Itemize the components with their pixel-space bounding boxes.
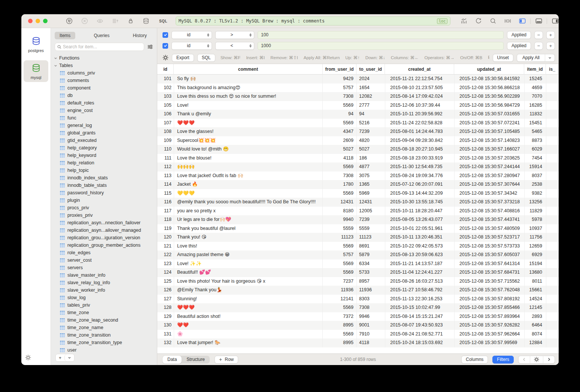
table-cell[interactable] [546, 303, 559, 312]
close-window-button[interactable] [28, 19, 33, 23]
table-cell[interactable]: 7308 [356, 303, 385, 312]
table-cell[interactable]: 4118 [356, 338, 385, 347]
filter-value-input[interactable] [258, 42, 504, 50]
table-cell[interactable]: 12431 [356, 198, 385, 207]
sidebar-item-table[interactable]: time_zone_leap_second [51, 316, 157, 324]
table-cell[interactable]: Thank you! 😘 [174, 233, 323, 242]
table-cell[interactable]: 10937 [524, 224, 546, 233]
table-cell[interactable]: Love the blouse! [174, 154, 323, 163]
sidebar-item-table[interactable]: help_keyword [51, 152, 157, 159]
table-cell[interactable]: 4820 [356, 136, 385, 145]
sidebar-item-table[interactable]: comments [51, 77, 157, 84]
table-cell[interactable]: 2015-10-01 22:05:51.961 [385, 224, 454, 233]
table-row[interactable]: 120Thank you! 😘11123111232015-10-11 13:2… [157, 233, 559, 242]
table-cell[interactable]: 2015-11-21 14:13:57.187 [385, 259, 454, 268]
table-cell[interactable]: 12431 [323, 198, 356, 207]
table-cell[interactable]: 2015-10-11 13:20:46.351 [385, 233, 454, 242]
table-cell[interactable]: 102 [157, 83, 174, 92]
table-row[interactable]: 127Stunning!1214183032015-11-13 22:30:16… [157, 295, 559, 304]
table-cell[interactable] [546, 136, 559, 145]
next-page-icon[interactable] [543, 356, 555, 363]
table-cell[interactable]: 103 [157, 92, 174, 101]
table-cell[interactable]: 5569 [323, 162, 356, 171]
table-row[interactable]: 102This background is amazing😍5757165420… [157, 83, 559, 92]
table-cell[interactable]: 2015-11-13 22:30:16.253 [385, 295, 454, 304]
table-cell[interactable]: 2015-12-08 15:30:57.480509 [454, 224, 524, 233]
table-cell[interactable]: 2015-12-08 15:30:57.203625 [454, 154, 524, 163]
sidebar-item-table[interactable]: slave_relay_log_info [51, 279, 157, 286]
table-cell[interactable]: Love that jumper! 🐎 [174, 338, 323, 347]
table-cell[interactable]: 2777 [356, 101, 385, 110]
table-cell[interactable]: 5465 [524, 127, 546, 136]
disconnect-icon[interactable] [81, 18, 88, 25]
table-cell[interactable]: 7372 [323, 312, 356, 321]
sidebar-item-table[interactable]: time_zone [51, 309, 157, 316]
previous-page-icon[interactable] [519, 356, 530, 363]
table-cell[interactable] [546, 162, 559, 171]
table-cell[interactable]: 2015-12-08 15:30:57.280947 [454, 171, 524, 180]
table-row[interactable]: 116@emily thank you soooo much beautiful… [157, 198, 559, 207]
table-cell[interactable]: 118 [157, 215, 174, 224]
table-cell[interactable]: 126 [157, 286, 174, 295]
apply-all-button[interactable]: Apply All [517, 54, 555, 62]
table-cell[interactable]: 2015-10-15 10:02:47.99 [385, 303, 454, 312]
table-cell[interactable]: 130 [157, 321, 174, 330]
table-cell[interactable]: 1780 [323, 180, 356, 189]
database-icon[interactable] [142, 18, 149, 25]
sidebar-item-table[interactable]: help_topic [51, 167, 157, 174]
table-cell[interactable]: 2609 [323, 136, 356, 145]
sidebar-item-table[interactable]: slave_master_info [51, 271, 157, 279]
table-cell[interactable]: 8995 [323, 321, 356, 330]
table-cell[interactable]: 12141 [323, 295, 356, 304]
table-cell[interactable]: 15661 [524, 286, 546, 295]
table-cell[interactable]: 186 [356, 154, 385, 163]
fit-width-icon[interactable] [504, 18, 511, 25]
table-cell[interactable]: 12884 [524, 338, 546, 347]
search-icon[interactable] [489, 18, 497, 25]
column-header[interactable]: item_id [524, 64, 546, 75]
table-cell[interactable] [546, 127, 559, 136]
table-cell[interactable]: 2015-12-08 15:30:57.893964 [454, 312, 524, 321]
table-cell[interactable]: 2015-08-24 19:09:34.776 [385, 171, 454, 180]
filter-column-select[interactable]: id [171, 31, 212, 39]
remove-filter-button[interactable]: − [534, 42, 543, 50]
table-cell[interactable]: 🌸 [174, 330, 323, 339]
table-cell[interactable]: This background is amazing😍 [174, 83, 323, 92]
table-cell[interactable]: 12659 [524, 242, 546, 251]
table-cell[interactable] [546, 101, 559, 110]
table-cell[interactable]: 2015-12-08 15:30:57.962664 [454, 330, 524, 339]
table-cell[interactable]: 122 [157, 250, 174, 259]
table-cell[interactable]: 7454 [524, 154, 546, 163]
table-cell[interactable] [546, 215, 559, 224]
table-cell[interactable]: 114 [157, 180, 174, 189]
table-cell[interactable]: 2015-10-22 09:42:05.573 [385, 242, 454, 251]
table-cell[interactable]: 11936 [323, 286, 356, 295]
filter-applied-button[interactable]: Applied [507, 31, 531, 39]
table-cell[interactable]: 129 [157, 312, 174, 321]
table-cell[interactable]: 1365 [356, 180, 385, 189]
table-cell[interactable]: 7308 [323, 171, 356, 180]
table-row[interactable]: 111Love the blouse!41181862015-08-18 23:… [157, 154, 559, 163]
table-cell[interactable]: 5569 [323, 330, 356, 339]
table-cell[interactable]: 11123 [323, 233, 356, 242]
table-cell[interactable] [546, 224, 559, 233]
table-cell[interactable]: 94 [323, 110, 356, 119]
table-cell[interactable]: 2015-12-08 15:30:57.641314 [454, 259, 524, 268]
connection-title-field[interactable]: MySQL 8.0.27 : TLSv1.2 : MySQL Brew : my… [176, 16, 450, 25]
table-cell[interactable]: 2015-12-08 15:30:56.841592 [454, 75, 524, 83]
table-cell[interactable]: 2015-08-18 23:00:33.919 [385, 154, 454, 163]
table-cell[interactable]: Beautiful action shot! [174, 312, 323, 321]
table-cell[interactable]: 2015-08-18 20:27:10.945 [385, 145, 454, 154]
table-cell[interactable]: 5757 [323, 250, 356, 259]
sidebar-item-table[interactable]: gtid_executed [51, 137, 157, 144]
sidebar-item-table[interactable]: general_log [51, 122, 157, 129]
table-cell[interactable]: 127 [157, 295, 174, 304]
remove-filter-button[interactable]: − [534, 31, 543, 39]
table-cell[interactable]: Beautiful!! 💕💕 [174, 268, 323, 277]
filter-settings-gear-icon[interactable] [163, 55, 168, 61]
table-row[interactable]: 128❤️❤️❤️556973082015-10-15 10:02:47.992… [157, 303, 559, 312]
table-cell[interactable]: 5757 [323, 83, 356, 92]
table-cell[interactable]: 11832 [524, 110, 546, 119]
table-cell[interactable]: Love this dress so much 😍 so nice for su… [174, 92, 323, 101]
table-cell[interactable]: 108 [157, 127, 174, 136]
